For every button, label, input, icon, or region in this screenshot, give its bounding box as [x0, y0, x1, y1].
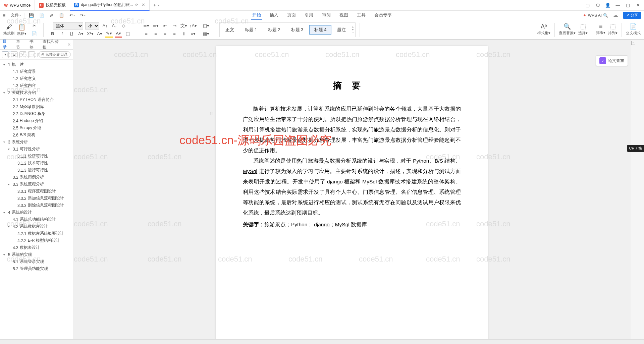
find-replace-button[interactable]: 🔍查找替换▾	[559, 23, 576, 37]
ribbon-tab-member[interactable]: 会员专享	[373, 11, 393, 20]
distribute-icon[interactable]: ⫴	[180, 30, 187, 38]
outline-item[interactable]: 1.1 研究背景	[0, 68, 73, 75]
text-direction-icon[interactable]: 文▾	[180, 22, 187, 30]
document-page[interactable]: ⠿ 摘要 随着计算机技术发展，计算机系统的应用已延伸到社会的各个领域，大量基于大…	[216, 46, 488, 339]
style-caption[interactable]: 题注	[332, 25, 351, 35]
underline-button[interactable]: U	[68, 30, 75, 38]
outline-item[interactable]: 3.1.1 经济可行性	[0, 153, 73, 160]
drag-handle-icon[interactable]: ⠿	[210, 112, 213, 116]
align-left-icon[interactable]: ≡	[143, 30, 150, 38]
font-size-select[interactable]: 小二	[85, 22, 99, 30]
outline-item[interactable]: 3.1.2 技术可行性	[0, 160, 73, 167]
outline-item[interactable]: 2.6 B/S 架构	[0, 131, 73, 138]
bullet-list-icon[interactable]: ≣▾	[143, 22, 150, 30]
tab-templates[interactable]: D 找稻壳模板	[35, 0, 70, 11]
style-heading4[interactable]: 标题 4	[309, 25, 332, 35]
cut-icon[interactable]: ✂	[31, 22, 38, 30]
style-scroll-up[interactable]: ▴	[352, 25, 354, 28]
add-icon[interactable]: +	[19, 51, 26, 58]
style-normal[interactable]: 正文	[220, 25, 239, 35]
style-heading2[interactable]: 标题 2	[263, 25, 285, 35]
save-icon[interactable]: 💾	[27, 12, 36, 19]
paste-button[interactable]: 📋 粘贴▾	[17, 23, 26, 36]
doc-mode-button[interactable]: 📄公文模式	[626, 23, 641, 37]
smart-toc-button[interactable]: ◎智能识别目录	[38, 51, 71, 58]
ribbon-tab-page[interactable]: 页面	[286, 11, 297, 20]
close-window-icon[interactable]: ✕	[635, 3, 641, 8]
sort-icon[interactable]: ↕A▾	[190, 22, 197, 30]
outline-item[interactable]: 5.1 系统登录实现	[0, 258, 73, 265]
user-avatar-icon[interactable]: 👤	[605, 3, 610, 8]
window-icon-1[interactable]: ▢	[585, 3, 590, 8]
scroll-rail[interactable]: −	[631, 40, 636, 339]
outline-item[interactable]: 4.3 数据表设计	[0, 244, 73, 251]
wps-ai-button[interactable]: ✦WPS AI 🔍	[583, 13, 608, 18]
print-preview-icon[interactable]: 📄	[37, 12, 46, 19]
character-border-button[interactable]: ⬚	[124, 30, 131, 38]
print-icon[interactable]: 🖨	[48, 12, 56, 19]
collapse-all-icon[interactable]: ▾	[2, 51, 9, 58]
outline-item[interactable]: 2.2 MySql 数据库	[0, 103, 73, 110]
reload-icon[interactable]: ⟳	[135, 3, 138, 7]
cloud-icon[interactable]: ☁	[613, 12, 618, 18]
style-scroll-down[interactable]: ▾	[352, 28, 354, 31]
outline-item[interactable]: ▾4 系统的设计	[0, 209, 73, 216]
outline-item[interactable]: 3.3.1 程序流程图设计	[0, 188, 73, 195]
line-spacing-icon[interactable]: ≡▾	[190, 30, 197, 38]
close-tab-icon[interactable]: ✕	[142, 2, 145, 7]
panel-tab-toc[interactable]: 目录	[2, 40, 11, 52]
outline-item[interactable]: ▾4.2 系统数据库设计	[0, 223, 73, 230]
align-right-icon[interactable]: ≡	[161, 30, 169, 38]
tab-wps-office[interactable]: W WPS Office	[0, 0, 35, 11]
export-icon[interactable]: 📋	[57, 12, 66, 19]
hamburger-icon[interactable]: ≡	[3, 13, 5, 18]
font-family-select[interactable]: 黑体	[53, 22, 83, 30]
outline-item[interactable]: ▾5 系统的实现	[0, 251, 73, 258]
file-menu[interactable]: 文件 ▾	[9, 11, 23, 19]
share-button[interactable]: ↗分享	[623, 12, 641, 19]
indent-increase-icon[interactable]: ⇥	[171, 22, 178, 30]
scroll-minus-icon[interactable]: −	[631, 41, 635, 45]
outline-item[interactable]: 4.2.1 数据库系统概要设计	[0, 230, 73, 237]
ribbon-tab-tools[interactable]: 工具	[356, 11, 367, 20]
arrange-button[interactable]: ⬚排列▾	[608, 23, 618, 37]
font-effect-button[interactable]: A▾	[96, 30, 103, 38]
decrease-font-icon[interactable]: A↓	[111, 22, 118, 30]
ribbon-tab-reference[interactable]: 引用	[303, 11, 315, 20]
highlight-color-button[interactable]: ✎▾	[105, 30, 113, 38]
minimize-icon[interactable]: —	[615, 3, 621, 8]
maximize-icon[interactable]: ▢	[625, 3, 631, 8]
outline-item[interactable]: ▾1 概 述	[0, 61, 73, 68]
ribbon-tab-view[interactable]: 视图	[338, 11, 350, 20]
outline-item[interactable]: 3.3.2 添加信息流程图设计	[0, 195, 73, 202]
ime-indicator[interactable]: CH ♪ 简	[627, 145, 644, 152]
outline-item[interactable]: 2.4 Hadoop 介绍	[0, 117, 73, 124]
bold-button[interactable]: B	[49, 30, 56, 38]
outline-item[interactable]: 2.1 PYTHON 语言简介	[0, 96, 73, 103]
redo-icon[interactable]: ↷▾	[78, 12, 88, 19]
align-center-icon[interactable]: ≡	[152, 30, 159, 38]
move-up-icon[interactable]: ▴	[11, 51, 17, 58]
format-brush-button[interactable]: 🖌 格式刷	[3, 23, 14, 36]
window-icon-2[interactable]: ⬡	[595, 3, 600, 8]
outline-item[interactable]: 1.2 研究意义	[0, 75, 73, 82]
outline-item[interactable]: ▾3.3 系统流程分析	[0, 181, 73, 188]
border-icon[interactable]: ▦▾	[202, 30, 210, 38]
outline-item[interactable]: 5.2 管理员功能实现	[0, 265, 73, 272]
outline-item[interactable]: 3.3.3 删除信息流程图设计	[0, 202, 73, 209]
style-heading1[interactable]: 标题 1	[240, 25, 262, 35]
outline-item[interactable]: 2.5 Scrapy 介绍	[0, 124, 73, 131]
style-expand[interactable]: ≡	[352, 31, 354, 34]
tab-document[interactable]: W django基于Python的热门旅... ⟳ ✕	[70, 0, 149, 11]
ribbon-tab-start[interactable]: 开始	[251, 11, 262, 20]
close-panel-icon[interactable]: ✕	[67, 42, 71, 47]
outline-item[interactable]: ▾2 关键技术介绍	[0, 89, 73, 96]
outline-item[interactable]: 3.2 系统用例分析	[0, 174, 73, 181]
remove-icon[interactable]: −	[28, 51, 35, 58]
shading-icon[interactable]: ◫▾	[202, 22, 210, 30]
select-button[interactable]: ⬚选择▾	[578, 23, 588, 37]
ribbon-tab-insert[interactable]: 插入	[268, 11, 280, 20]
clear-format-icon[interactable]: ◇	[120, 22, 127, 30]
ribbon-tab-review[interactable]: 审阅	[321, 11, 332, 20]
superscript-button[interactable]: X²▾	[87, 30, 94, 38]
